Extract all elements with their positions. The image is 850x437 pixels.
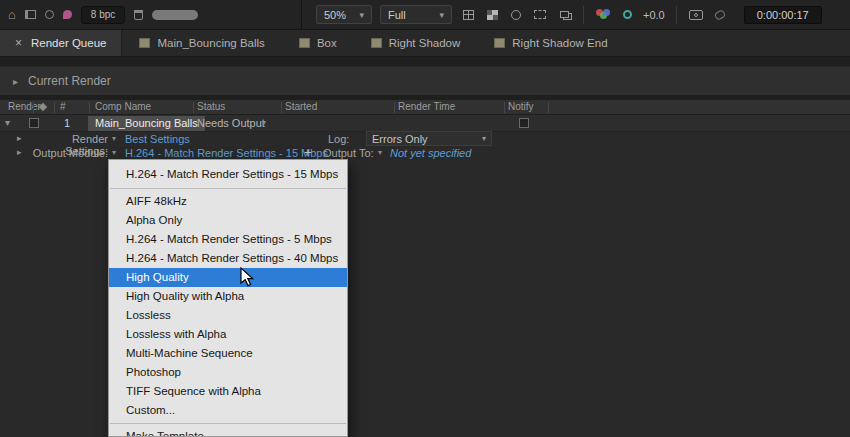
add-output-module-button[interactable]: + (304, 146, 312, 159)
comp-tabs: Main_Bouncing Balls Box Right Shadow Rig… (122, 30, 624, 56)
output-module-dropdown-menu: H.264 - Match Render Settings - 15 Mbps … (108, 159, 348, 437)
column-divider (504, 102, 505, 113)
tab-label: Right Shadow (389, 37, 461, 49)
show-snapshot-icon[interactable] (712, 8, 728, 21)
snapshot-camera-icon[interactable] (688, 8, 704, 21)
zoom-select[interactable]: 50% ▾ (316, 5, 372, 24)
menu-item-label: Lossless with Alpha (126, 328, 226, 340)
tab-label: Render Queue (31, 37, 106, 49)
menu-item[interactable]: H.264 - Match Render Settings - 40 Mbps (109, 249, 347, 268)
menu-divider (110, 188, 346, 189)
twirl-closed-icon[interactable]: ▸ (13, 76, 18, 87)
mask-visibility-icon[interactable] (508, 8, 524, 21)
menu-item-label: TIFF Sequence with Alpha (126, 385, 261, 397)
menu-current-item[interactable]: H.264 - Match Render Settings - 15 Mbps (109, 164, 347, 185)
region-of-interest-icon[interactable] (532, 8, 548, 21)
twirl-open-icon[interactable]: ▾ (5, 117, 10, 128)
queue-table-header: Render # Comp Name Status Started Render… (0, 100, 850, 115)
output-to-value[interactable]: Not yet specified (390, 147, 471, 159)
exposure-value[interactable]: +0.0 (643, 9, 665, 21)
column-divider (54, 102, 55, 113)
viewer-toolbar: 50% ▾ Full ▾ +0.0 0:00:00:17 (302, 0, 850, 29)
chevron-down-icon: ▾ (482, 134, 486, 143)
column-comp-name: Comp Name (95, 101, 151, 112)
menu-item[interactable]: Alpha Only (109, 211, 347, 230)
tab-composition[interactable]: Right Shadow (354, 30, 478, 56)
twirl-closed-icon[interactable]: ▸ (17, 133, 22, 143)
menu-item-make-template[interactable]: Make Template (109, 427, 347, 437)
column-render-time: Render Time (398, 101, 455, 112)
render-checkbox[interactable] (29, 118, 39, 128)
menu-item[interactable]: Custom... (109, 401, 347, 420)
toolbar-divider (676, 6, 677, 24)
twirl-closed-icon[interactable]: ▸ (17, 147, 22, 157)
menu-item[interactable]: High Quality (109, 268, 347, 287)
column-divider (548, 102, 549, 113)
home-icon[interactable]: ⌂ (8, 8, 16, 21)
toolbar-left-group: ⌂ 8 bpc (0, 0, 302, 29)
composition-icon (139, 38, 150, 48)
timecode-field[interactable]: 0:00:00:17 (744, 6, 822, 24)
puppet-pin-icon[interactable] (63, 10, 72, 19)
menu-item[interactable]: High Quality with Alpha (109, 287, 347, 306)
transparency-grid-icon[interactable] (484, 8, 500, 21)
column-divider (281, 102, 282, 113)
menu-item-label: Custom... (126, 404, 175, 416)
chevron-down-icon: ▾ (439, 10, 444, 20)
color-management-icon[interactable] (619, 8, 635, 21)
chevron-down-icon: ▾ (359, 10, 364, 20)
menu-item-label: Lossless (126, 309, 171, 321)
log-label: Log: (328, 133, 349, 145)
toolbar-divider (583, 6, 584, 24)
tab-render-queue[interactable]: × Render Queue (0, 30, 122, 56)
chevron-down-icon[interactable]: ▾ (378, 148, 382, 157)
menu-item-label: High Quality (126, 271, 189, 283)
menu-item-label: High Quality with Alpha (126, 290, 244, 302)
menu-item-label: Multi-Machine Sequence (126, 347, 253, 359)
tab-composition[interactable]: Box (282, 30, 354, 56)
output-to-label: Output To: (323, 147, 374, 159)
menu-item[interactable]: Photoshop (109, 363, 347, 382)
chevron-down-icon[interactable]: ▾ (112, 134, 116, 143)
render-settings-value[interactable]: Best Settings (125, 133, 190, 145)
close-icon[interactable]: × (15, 36, 22, 50)
log-value: Errors Only (372, 133, 428, 145)
column-divider (394, 102, 395, 113)
current-render-section[interactable]: ▸ Current Render (0, 66, 850, 96)
column-number: # (60, 101, 66, 112)
zoom-value: 50% (324, 9, 346, 21)
tab-composition[interactable]: Main_Bouncing Balls (122, 30, 281, 56)
comp-name-cell[interactable]: Main_Bouncing Balls (88, 116, 205, 131)
output-module-value[interactable]: H.264 - Match Render Settings - 15 Mbps (125, 147, 328, 159)
output-module-label: Output Module: (28, 147, 108, 159)
column-notify: Notify (508, 101, 534, 112)
log-select[interactable]: Errors Only ▾ (366, 131, 492, 146)
bit-depth-button[interactable]: 8 bpc (81, 6, 125, 24)
menu-item[interactable]: H.264 - Match Render Settings - 5 Mbps (109, 230, 347, 249)
tab-label: Box (317, 37, 337, 49)
menu-item-label: H.264 - Match Render Settings - 5 Mbps (126, 233, 332, 245)
panel-tab-bar: × Render Queue Main_Bouncing Balls Box R… (0, 30, 850, 57)
channels-icon[interactable] (595, 8, 611, 21)
menu-item[interactable]: Lossless (109, 306, 347, 325)
menu-item[interactable]: TIFF Sequence with Alpha (109, 382, 347, 401)
current-render-label: Current Render (28, 74, 111, 88)
tab-composition[interactable]: Right Shadow End (477, 30, 624, 56)
screens-icon[interactable] (556, 8, 572, 21)
queue-item-row[interactable]: ▾ 1 Main_Bouncing Balls Needs Output ▾ (0, 115, 850, 132)
chevron-down-icon[interactable]: ▾ (262, 118, 266, 127)
resolution-value: Full (388, 9, 406, 21)
notify-checkbox[interactable] (519, 118, 529, 128)
top-toolbar: ⌂ 8 bpc 50% ▾ Full ▾ +0.0 0:00:00:17 (0, 0, 850, 30)
trash-icon[interactable] (134, 10, 143, 20)
grid-guides-icon[interactable] (460, 8, 476, 21)
mask-icon[interactable] (45, 10, 54, 19)
menu-item[interactable]: AIFF 48kHz (109, 192, 347, 211)
menu-item[interactable]: Lossless with Alpha (109, 325, 347, 344)
resolution-select[interactable]: Full ▾ (380, 5, 452, 24)
column-status: Status (197, 101, 225, 112)
panel-icon[interactable] (25, 10, 36, 19)
chevron-down-icon[interactable]: ▾ (112, 148, 116, 157)
menu-item[interactable]: Multi-Machine Sequence (109, 344, 347, 363)
item-number: 1 (64, 117, 70, 129)
